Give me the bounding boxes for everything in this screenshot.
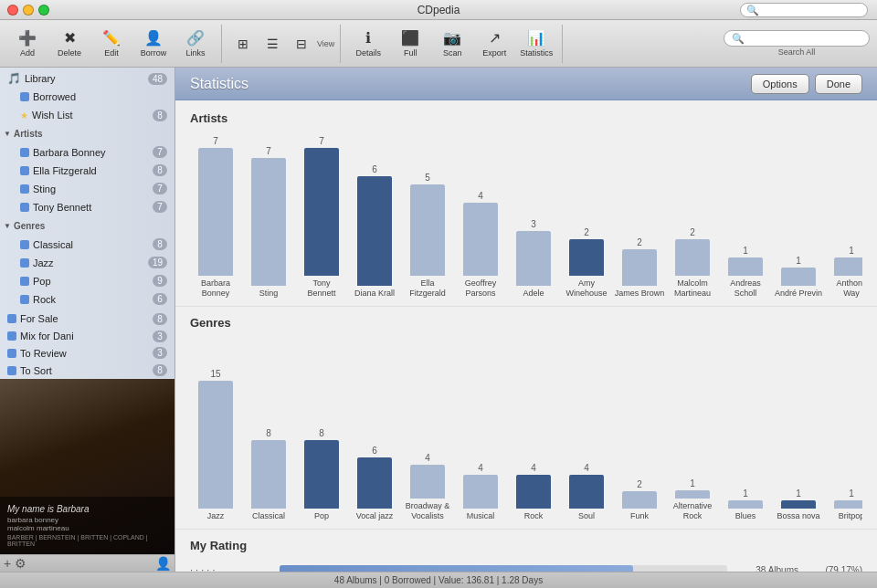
bar-value: 1: [690, 478, 695, 488]
close-button[interactable]: [7, 5, 18, 16]
scan-button[interactable]: 📷 Scan: [432, 25, 472, 63]
bar-fill: [834, 500, 862, 509]
done-button[interactable]: Done: [815, 74, 862, 94]
bar-label: Alternative Rock: [673, 501, 713, 521]
sidebar-forsale-label: For Sale: [20, 313, 153, 324]
library-icon: 🎵: [7, 72, 21, 85]
bar-fill: [675, 490, 710, 499]
sidebar-item-classical[interactable]: Classical 8: [0, 236, 174, 254]
minimize-button[interactable]: [23, 5, 34, 16]
sidebar-item-pop[interactable]: Pop 9: [0, 272, 174, 290]
bar-item: 5 Ella Fitzgerald: [402, 173, 453, 299]
bar-fill: [410, 465, 445, 499]
borrow-button[interactable]: 👤 Borrow: [133, 25, 174, 63]
sidebar-item-to-review[interactable]: To Review 3: [0, 345, 174, 362]
bar-value: 4: [478, 191, 483, 201]
bar-label: Sting: [259, 289, 279, 299]
bar-value: 3: [531, 219, 536, 229]
sidebar-artists-header[interactable]: ▼ Artists: [0, 126, 174, 142]
pop-color-dot: [20, 277, 29, 286]
search-input[interactable]: [724, 30, 870, 47]
sidebar-item-for-sale[interactable]: For Sale 8: [0, 310, 174, 328]
forsale-color-dot: [7, 314, 16, 323]
sidebar-item-tony-bennett[interactable]: Tony Bennett 7: [0, 198, 174, 216]
user-button[interactable]: 👤: [155, 556, 171, 571]
bar-value: 2: [637, 479, 642, 489]
add-playlist-button[interactable]: +: [4, 556, 11, 571]
bar-fill: [410, 184, 445, 276]
view-list-icon: ☰: [267, 37, 279, 51]
bar-item: 8 Pop: [296, 428, 347, 521]
bar-item: 15 Jazz: [190, 369, 241, 521]
sidebar-item-rock[interactable]: Rock 6: [0, 290, 174, 309]
view-list-button[interactable]: ☰: [259, 25, 286, 63]
sidebar-library-label: Library: [25, 73, 148, 84]
statistics-button[interactable]: 📊 Statistics: [516, 25, 556, 63]
add-button[interactable]: ➕ Add: [7, 25, 48, 63]
bar-label: Adele: [523, 289, 544, 299]
view-columns-button[interactable]: ⊟: [288, 25, 315, 63]
sidebar-rock-count: 6: [153, 293, 167, 305]
genres-section-title: Genres: [190, 316, 862, 330]
rating-stars: · · · · ·: [190, 564, 272, 572]
bar-label: Rock: [524, 511, 544, 521]
sidebar-mixdani-count: 3: [153, 331, 167, 342]
sidebar-item-jazz[interactable]: Jazz 19: [0, 254, 174, 272]
sidebar-item-barbara-bonney[interactable]: Barbara Bonney 7: [0, 143, 174, 162]
window-controls[interactable]: [7, 5, 49, 16]
details-button[interactable]: ℹ Details: [348, 25, 388, 63]
sidebar-ella-label: Ella Fitzgerald: [33, 165, 153, 176]
bar-item: 1 Alternative Rock: [667, 478, 718, 521]
export-button[interactable]: ↗ Export: [474, 25, 514, 63]
ella-color-dot: [20, 166, 29, 175]
bar-value: 6: [372, 446, 377, 456]
bar-label: Diana Krall: [354, 289, 395, 299]
scan-icon: 📷: [443, 29, 461, 47]
sidebar-item-library[interactable]: 🎵 Library 48: [0, 69, 174, 88]
jazz-color-dot: [20, 258, 29, 268]
view-label: View: [317, 39, 334, 48]
view-columns-icon: ⊟: [296, 37, 307, 51]
stats-header-buttons: Options Done: [751, 74, 862, 94]
toreview-color-dot: [7, 349, 16, 358]
settings-button[interactable]: ⚙: [15, 556, 26, 571]
full-button[interactable]: ⬛ Full: [390, 25, 430, 63]
bar-fill: [622, 491, 657, 509]
sidebar-genres-header[interactable]: ▼ Genres: [0, 218, 174, 234]
sidebar-item-sting[interactable]: Sting 7: [0, 180, 174, 198]
bar-fill: [304, 148, 339, 276]
sidebar-classical-label: Classical: [33, 239, 153, 250]
tosort-color-dot: [7, 366, 16, 375]
sidebar-item-wishlist[interactable]: ★ Wish List 8: [0, 106, 174, 124]
bar-value: 7: [319, 136, 324, 146]
rating-section: My Rating · · · · · 38 Albums (79.17%) ★…: [175, 529, 877, 572]
sidebar-item-to-sort[interactable]: To Sort 8: [0, 362, 174, 379]
maximize-button[interactable]: [38, 5, 49, 16]
bar-item: 3 Adele: [508, 219, 559, 299]
borrowed-color-dot: [20, 92, 29, 101]
album-title: My name is Barbara: [7, 504, 168, 514]
genres-bar-chart: 15 Jazz 8 Classical 8 Pop 6 Vocal jazz 4…: [190, 339, 862, 521]
genres-triangle-icon: ▼: [4, 222, 11, 230]
view-icons-button[interactable]: ⊞: [229, 25, 257, 63]
links-button[interactable]: 🔗 Links: [175, 25, 216, 63]
sidebar-jazz-label: Jazz: [33, 257, 148, 268]
options-button[interactable]: Options: [751, 74, 809, 94]
sidebar-rock-label: Rock: [33, 294, 153, 305]
bar-label: James Brown: [615, 289, 665, 299]
sidebar-item-borrowed[interactable]: Borrowed: [0, 88, 174, 106]
titlebar-search-area: [740, 3, 868, 17]
delete-button[interactable]: ✖ Delete: [49, 25, 90, 63]
bar-label: Anthony Way: [836, 278, 862, 299]
bar-label: Jazz: [207, 511, 225, 521]
edit-button[interactable]: ✏️ Edit: [91, 25, 132, 63]
rating-bar-bg: [280, 565, 727, 572]
sidebar-item-ella-fitzgerald[interactable]: Ella Fitzgerald 8: [0, 162, 174, 180]
bar-item: 1 Andreas Scholl: [720, 246, 771, 299]
app-title: CDpedia: [417, 4, 460, 16]
artists-section: Artists 7 Barbara Bonney 7 Sting 7 Tony …: [175, 100, 877, 306]
sidebar-item-mix-for-dani[interactable]: Mix for Dani 3: [0, 328, 174, 345]
titlebar-search-input[interactable]: [740, 3, 868, 17]
bar-item: 4 Broadway & Vocalists: [402, 453, 453, 521]
borrow-icon: 👤: [144, 29, 163, 47]
